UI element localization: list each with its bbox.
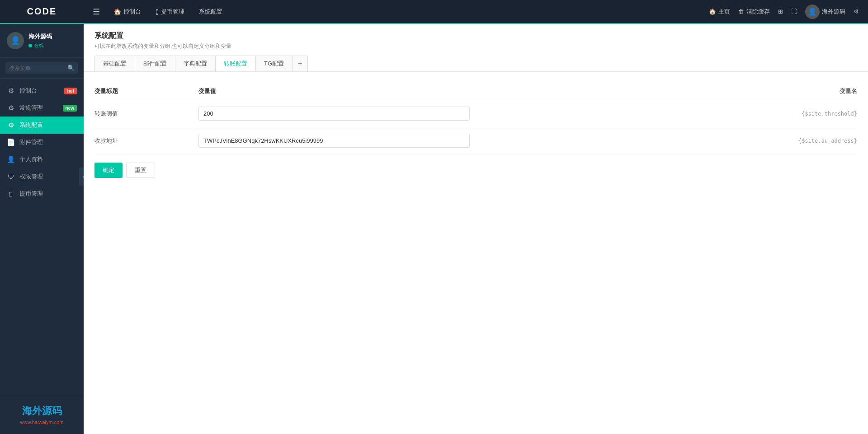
qr-icon: ⊞ — [778, 8, 783, 15]
sysconfig-icon: ⚙ — [7, 121, 15, 129]
sidebar-item-label-console: 控制台 — [19, 87, 37, 95]
form-area: 变量标题 变量值 变量名 转账阈值 {$site.threshold} 收款地址 — [84, 72, 868, 434]
user-menu[interactable]: 👤 海外源码 — [805, 5, 845, 19]
fullscreen-icon: ⛶ — [791, 8, 797, 15]
threshold-label: 转账阈值 — [94, 110, 194, 118]
attachment-icon: 📄 — [7, 138, 15, 146]
bitcoin-icon: ₿ — [156, 8, 159, 15]
hot-badge: hot — [64, 88, 77, 94]
tab-mail[interactable]: 邮件配置 — [135, 56, 175, 71]
nav-sysconfig[interactable]: 系统配置 — [193, 5, 228, 19]
app-logo: CODE — [0, 6, 84, 17]
trash-icon: 🗑 — [738, 8, 744, 15]
new-badge: new — [63, 105, 77, 112]
tab-basic-label: 基础配置 — [103, 60, 127, 67]
qr-link[interactable]: ⊞ — [778, 8, 783, 15]
nav-console[interactable]: 🏠 控制台 — [108, 5, 146, 19]
page-header: 系统配置 可以在此增改系统的变量和分组,也可以自定义分组和变量 基础配置 邮件配… — [84, 24, 868, 72]
clear-cache-label: 清除缓存 — [746, 8, 770, 16]
tab-tg-label: TG配置 — [264, 60, 284, 67]
sidebar-item-label-permission: 权限管理 — [19, 173, 43, 181]
sidebar-user: 👤 海外源码 在线 — [0, 24, 84, 58]
sidebar-user-info: 海外源码 在线 — [28, 33, 52, 49]
sidebar-item-sysconfig[interactable]: ⚙ 系统配置 — [0, 117, 84, 134]
sidebar-search: 🔍 — [0, 58, 84, 79]
form-table: 变量标题 变量值 变量名 转账阈值 {$site.threshold} 收款地址 — [94, 83, 857, 178]
top-nav-right: 🏠 主页 🗑 清除缓存 ⊞ ⛶ 👤 海外源码 ⚙ — [709, 5, 868, 19]
content-area: 系统配置 可以在此增改系统的变量和分组,也可以自定义分组和变量 基础配置 邮件配… — [84, 24, 868, 434]
status-dot — [28, 44, 32, 47]
sidebar-footer-logo: 海外源码 — [9, 404, 75, 418]
collapse-btn[interactable]: ‹ — [79, 168, 84, 186]
sidebar-item-label-regular: 常规管理 — [19, 104, 43, 112]
clear-cache-link[interactable]: 🗑 清除缓存 — [738, 8, 770, 16]
sidebar-footer-url: www.haiwaiym.com — [9, 420, 75, 425]
sidebar-nav: ⚙ 控制台 hot ⚙ 常规管理 new ⚙ 系统配置 📄 附件管理 👤 个人资… — [0, 79, 84, 395]
home-link[interactable]: 🏠 主页 — [709, 8, 730, 16]
sidebar-item-profile[interactable]: 👤 个人资料 — [0, 151, 84, 168]
sidebar-item-attachment[interactable]: 📄 附件管理 — [0, 134, 84, 151]
settings-link[interactable]: ⚙ — [854, 8, 859, 15]
fullscreen-link[interactable]: ⛶ — [791, 8, 797, 15]
form-row-threshold: 转账阈值 {$site.threshold} — [94, 100, 857, 127]
col-name-header: 变量名 — [722, 87, 857, 95]
tab-transfer[interactable]: 转账配置 — [215, 56, 256, 71]
tab-tg[interactable]: TG配置 — [255, 56, 292, 71]
tab-mail-label: 邮件配置 — [143, 60, 167, 67]
nav-coin[interactable]: ₿ 提币管理 — [150, 5, 190, 19]
home-icon: 🏠 — [113, 8, 121, 15]
main-layout: 👤 海外源码 在线 🔍 ⚙ 控制台 hot ⚙ — [0, 24, 868, 434]
tab-dict-label: 字典配置 — [184, 60, 207, 67]
sidebar: 👤 海外源码 在线 🔍 ⚙ 控制台 hot ⚙ — [0, 24, 84, 434]
sidebar-item-permission[interactable]: 🛡 权限管理 ‹ — [0, 168, 84, 185]
tab-dict[interactable]: 字典配置 — [175, 56, 216, 71]
page-description: 可以在此增改系统的变量和分组,也可以自定义分组和变量 — [94, 42, 857, 50]
threshold-value — [194, 107, 722, 121]
top-nav-menu: ☰ 🏠 控制台 ₿ 提币管理 系统配置 — [84, 4, 709, 19]
col-label-header: 变量标题 — [94, 87, 194, 95]
address-var-name: {$site.au_address} — [722, 138, 857, 144]
form-actions: 确定 重置 — [94, 154, 857, 178]
search-input[interactable] — [9, 65, 65, 71]
sidebar-item-console[interactable]: ⚙ 控制台 hot — [0, 82, 84, 99]
plus-icon: + — [298, 60, 302, 67]
reset-button[interactable]: 重置 — [126, 163, 155, 178]
sidebar-item-label-sysconfig: 系统配置 — [19, 121, 43, 129]
status-text: 在线 — [34, 42, 44, 49]
sidebar-status: 在线 — [28, 42, 52, 49]
search-icon: 🔍 — [67, 65, 75, 71]
sidebar-item-coin[interactable]: ₿ 提币管理 — [0, 185, 84, 202]
app-title: CODE — [27, 6, 57, 16]
sidebar-item-regular[interactable]: ⚙ 常规管理 new — [0, 99, 84, 117]
address-input[interactable] — [198, 134, 470, 148]
sidebar-item-label-coin: 提币管理 — [19, 190, 43, 198]
threshold-var-name: {$site.threshold} — [722, 111, 857, 117]
address-value — [194, 134, 722, 148]
console-icon: ⚙ — [7, 87, 15, 95]
tab-transfer-label: 转账配置 — [224, 60, 247, 67]
permission-icon: 🛡 — [7, 173, 15, 181]
nav-console-label: 控制台 — [123, 8, 141, 16]
nav-sysconfig-label: 系统配置 — [199, 8, 222, 16]
home-nav-icon: 🏠 — [709, 8, 716, 15]
sidebar-item-label-profile: 个人资料 — [19, 155, 43, 163]
regular-icon: ⚙ — [7, 104, 15, 112]
top-navbar: CODE ☰ 🏠 控制台 ₿ 提币管理 系统配置 🏠 主页 🗑 清除缓存 ⊞ — [0, 0, 868, 24]
sidebar-toggle[interactable]: ☰ — [88, 4, 104, 19]
threshold-input[interactable] — [198, 107, 470, 121]
sidebar-username: 海外源码 — [28, 33, 52, 41]
home-link-label: 主页 — [718, 8, 730, 16]
tab-add-button[interactable]: + — [292, 56, 308, 71]
page-title: 系统配置 — [94, 31, 857, 41]
sidebar-footer: 海外源码 www.haiwaiym.com — [0, 395, 84, 434]
confirm-button[interactable]: 确定 — [94, 163, 123, 178]
nav-username: 海外源码 — [822, 8, 845, 16]
page-tabs: 基础配置 邮件配置 字典配置 转账配置 TG配置 + — [94, 56, 857, 71]
address-label: 收款地址 — [94, 137, 194, 145]
tab-basic[interactable]: 基础配置 — [94, 56, 135, 71]
sidebar-search-box[interactable]: 🔍 — [5, 62, 78, 74]
form-row-address: 收款地址 {$site.au_address} — [94, 127, 857, 154]
avatar: 👤 — [805, 5, 820, 19]
form-table-header: 变量标题 变量值 变量名 — [94, 83, 857, 100]
sidebar-avatar: 👤 — [7, 32, 24, 49]
